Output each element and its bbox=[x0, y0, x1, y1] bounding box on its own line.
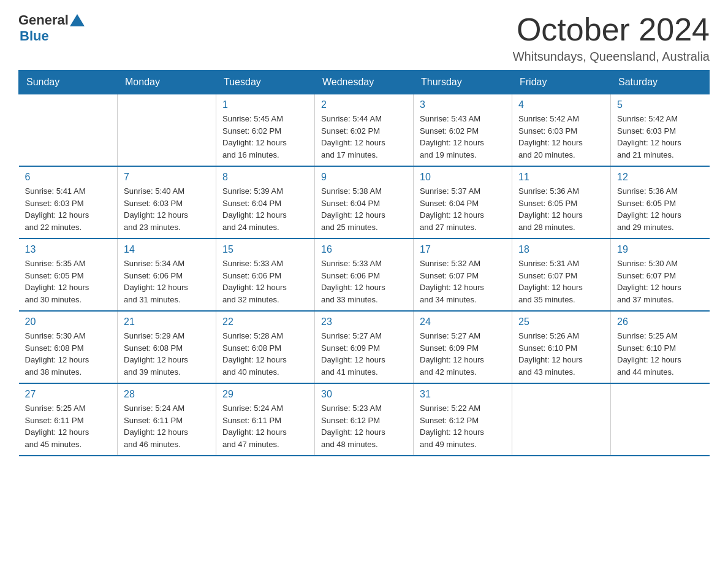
day-number: 17 bbox=[420, 244, 506, 255]
day-number: 26 bbox=[617, 316, 703, 327]
day-info: Sunrise: 5:42 AM Sunset: 6:03 PM Dayligh… bbox=[617, 113, 703, 161]
title-area: October 2024 Whitsundays, Queensland, Au… bbox=[513, 12, 710, 64]
calendar-cell bbox=[19, 94, 118, 167]
location-subtitle: Whitsundays, Queensland, Australia bbox=[513, 50, 710, 64]
calendar-cell: 31Sunrise: 5:22 AM Sunset: 6:12 PM Dayli… bbox=[414, 383, 512, 456]
day-of-week-header: Tuesday bbox=[216, 71, 315, 94]
day-number: 11 bbox=[518, 172, 604, 183]
calendar-cell: 13Sunrise: 5:35 AM Sunset: 6:05 PM Dayli… bbox=[19, 239, 118, 311]
day-info: Sunrise: 5:33 AM Sunset: 6:06 PM Dayligh… bbox=[321, 258, 407, 305]
day-info: Sunrise: 5:25 AM Sunset: 6:11 PM Dayligh… bbox=[25, 402, 112, 450]
calendar-cell: 1Sunrise: 5:45 AM Sunset: 6:02 PM Daylig… bbox=[216, 94, 315, 167]
day-info: Sunrise: 5:27 AM Sunset: 6:09 PM Dayligh… bbox=[420, 330, 506, 378]
day-info: Sunrise: 5:22 AM Sunset: 6:12 PM Dayligh… bbox=[420, 402, 506, 450]
day-number: 6 bbox=[25, 172, 112, 183]
calendar-cell: 28Sunrise: 5:24 AM Sunset: 6:11 PM Dayli… bbox=[118, 383, 216, 456]
calendar-cell bbox=[611, 383, 710, 456]
day-number: 14 bbox=[124, 244, 210, 255]
day-info: Sunrise: 5:41 AM Sunset: 6:03 PM Dayligh… bbox=[25, 185, 112, 233]
calendar-week-row: 6Sunrise: 5:41 AM Sunset: 6:03 PM Daylig… bbox=[19, 166, 710, 239]
calendar-cell: 10Sunrise: 5:37 AM Sunset: 6:04 PM Dayli… bbox=[414, 166, 512, 239]
logo-triangle-icon bbox=[70, 14, 85, 26]
logo-general-text: General bbox=[18, 12, 69, 28]
calendar-cell: 20Sunrise: 5:30 AM Sunset: 6:08 PM Dayli… bbox=[19, 311, 118, 383]
day-info: Sunrise: 5:28 AM Sunset: 6:08 PM Dayligh… bbox=[222, 330, 308, 378]
day-info: Sunrise: 5:43 AM Sunset: 6:02 PM Dayligh… bbox=[420, 113, 506, 161]
day-info: Sunrise: 5:23 AM Sunset: 6:12 PM Dayligh… bbox=[321, 402, 407, 450]
day-number: 30 bbox=[321, 389, 407, 400]
day-number: 23 bbox=[321, 316, 407, 327]
day-number: 8 bbox=[222, 172, 308, 183]
day-info: Sunrise: 5:45 AM Sunset: 6:02 PM Dayligh… bbox=[222, 113, 308, 161]
calendar-cell: 2Sunrise: 5:44 AM Sunset: 6:02 PM Daylig… bbox=[315, 94, 414, 167]
day-number: 7 bbox=[124, 172, 210, 183]
day-info: Sunrise: 5:29 AM Sunset: 6:08 PM Dayligh… bbox=[124, 330, 210, 378]
day-of-week-header: Friday bbox=[512, 71, 611, 94]
day-number: 25 bbox=[518, 316, 604, 327]
day-info: Sunrise: 5:44 AM Sunset: 6:02 PM Dayligh… bbox=[321, 113, 407, 161]
day-of-week-header: Wednesday bbox=[315, 71, 414, 94]
calendar-header: SundayMondayTuesdayWednesdayThursdayFrid… bbox=[19, 71, 710, 94]
month-year-title: October 2024 bbox=[513, 12, 710, 47]
day-number: 4 bbox=[518, 99, 604, 110]
day-info: Sunrise: 5:42 AM Sunset: 6:03 PM Dayligh… bbox=[518, 113, 604, 161]
day-number: 3 bbox=[420, 99, 506, 110]
day-number: 10 bbox=[420, 172, 506, 183]
calendar-cell: 21Sunrise: 5:29 AM Sunset: 6:08 PM Dayli… bbox=[118, 311, 216, 383]
days-of-week-row: SundayMondayTuesdayWednesdayThursdayFrid… bbox=[19, 71, 710, 94]
calendar-cell: 11Sunrise: 5:36 AM Sunset: 6:05 PM Dayli… bbox=[512, 166, 611, 239]
calendar-cell: 18Sunrise: 5:31 AM Sunset: 6:07 PM Dayli… bbox=[512, 239, 611, 311]
day-info: Sunrise: 5:36 AM Sunset: 6:05 PM Dayligh… bbox=[518, 185, 604, 233]
day-number: 22 bbox=[222, 316, 308, 327]
logo-blue-text: Blue bbox=[20, 28, 49, 44]
calendar-cell bbox=[118, 94, 216, 167]
calendar-cell: 14Sunrise: 5:34 AM Sunset: 6:06 PM Dayli… bbox=[118, 239, 216, 311]
day-number: 19 bbox=[617, 244, 703, 255]
calendar-cell: 9Sunrise: 5:38 AM Sunset: 6:04 PM Daylig… bbox=[315, 166, 414, 239]
day-info: Sunrise: 5:24 AM Sunset: 6:11 PM Dayligh… bbox=[222, 402, 308, 450]
day-info: Sunrise: 5:27 AM Sunset: 6:09 PM Dayligh… bbox=[321, 330, 407, 378]
calendar-body: 1Sunrise: 5:45 AM Sunset: 6:02 PM Daylig… bbox=[19, 94, 710, 456]
calendar-table: SundayMondayTuesdayWednesdayThursdayFrid… bbox=[18, 70, 710, 456]
day-info: Sunrise: 5:36 AM Sunset: 6:05 PM Dayligh… bbox=[617, 185, 703, 233]
day-number: 28 bbox=[124, 389, 210, 400]
day-info: Sunrise: 5:40 AM Sunset: 6:03 PM Dayligh… bbox=[124, 185, 210, 233]
day-number: 16 bbox=[321, 244, 407, 255]
calendar-cell: 30Sunrise: 5:23 AM Sunset: 6:12 PM Dayli… bbox=[315, 383, 414, 456]
day-number: 24 bbox=[420, 316, 506, 327]
day-info: Sunrise: 5:34 AM Sunset: 6:06 PM Dayligh… bbox=[124, 258, 210, 305]
calendar-cell bbox=[512, 383, 611, 456]
calendar-cell: 19Sunrise: 5:30 AM Sunset: 6:07 PM Dayli… bbox=[611, 239, 710, 311]
day-number: 21 bbox=[124, 316, 210, 327]
day-info: Sunrise: 5:30 AM Sunset: 6:08 PM Dayligh… bbox=[25, 330, 112, 378]
day-info: Sunrise: 5:30 AM Sunset: 6:07 PM Dayligh… bbox=[617, 258, 703, 305]
calendar-cell: 29Sunrise: 5:24 AM Sunset: 6:11 PM Dayli… bbox=[216, 383, 315, 456]
calendar-cell: 5Sunrise: 5:42 AM Sunset: 6:03 PM Daylig… bbox=[611, 94, 710, 167]
calendar-cell: 6Sunrise: 5:41 AM Sunset: 6:03 PM Daylig… bbox=[19, 166, 118, 239]
day-of-week-header: Monday bbox=[118, 71, 216, 94]
day-number: 5 bbox=[617, 99, 703, 110]
day-number: 18 bbox=[518, 244, 604, 255]
calendar-cell: 3Sunrise: 5:43 AM Sunset: 6:02 PM Daylig… bbox=[414, 94, 512, 167]
day-number: 27 bbox=[25, 389, 112, 400]
calendar-cell: 24Sunrise: 5:27 AM Sunset: 6:09 PM Dayli… bbox=[414, 311, 512, 383]
day-info: Sunrise: 5:32 AM Sunset: 6:07 PM Dayligh… bbox=[420, 258, 506, 305]
day-number: 29 bbox=[222, 389, 308, 400]
calendar-week-row: 13Sunrise: 5:35 AM Sunset: 6:05 PM Dayli… bbox=[19, 239, 710, 311]
day-info: Sunrise: 5:24 AM Sunset: 6:11 PM Dayligh… bbox=[124, 402, 210, 450]
page-header: General Blue October 2024 Whitsundays, Q… bbox=[18, 12, 710, 64]
day-of-week-header: Sunday bbox=[19, 71, 118, 94]
day-info: Sunrise: 5:33 AM Sunset: 6:06 PM Dayligh… bbox=[222, 258, 308, 305]
calendar-cell: 25Sunrise: 5:26 AM Sunset: 6:10 PM Dayli… bbox=[512, 311, 611, 383]
day-number: 13 bbox=[25, 244, 112, 255]
calendar-week-row: 1Sunrise: 5:45 AM Sunset: 6:02 PM Daylig… bbox=[19, 94, 710, 167]
calendar-week-row: 27Sunrise: 5:25 AM Sunset: 6:11 PM Dayli… bbox=[19, 383, 710, 456]
calendar-cell: 23Sunrise: 5:27 AM Sunset: 6:09 PM Dayli… bbox=[315, 311, 414, 383]
calendar-week-row: 20Sunrise: 5:30 AM Sunset: 6:08 PM Dayli… bbox=[19, 311, 710, 383]
day-number: 15 bbox=[222, 244, 308, 255]
day-number: 2 bbox=[321, 99, 407, 110]
day-info: Sunrise: 5:25 AM Sunset: 6:10 PM Dayligh… bbox=[617, 330, 703, 378]
calendar-cell: 4Sunrise: 5:42 AM Sunset: 6:03 PM Daylig… bbox=[512, 94, 611, 167]
calendar-cell: 7Sunrise: 5:40 AM Sunset: 6:03 PM Daylig… bbox=[118, 166, 216, 239]
day-info: Sunrise: 5:38 AM Sunset: 6:04 PM Dayligh… bbox=[321, 185, 407, 233]
